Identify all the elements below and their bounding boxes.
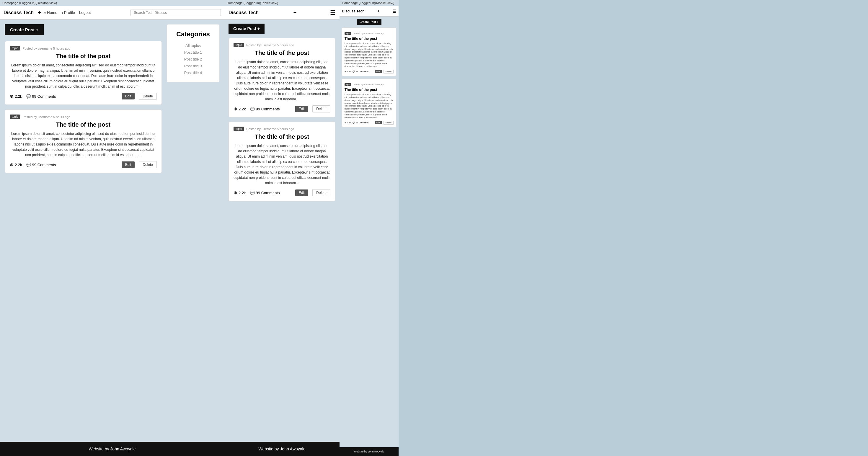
mobile-post-2-delete-button[interactable]: Delete: [383, 121, 394, 125]
tablet-post-2-title: The title of the post: [234, 133, 330, 140]
category-post-3[interactable]: Post title 3: [172, 63, 215, 69]
tablet-post-1-header: topic Posted by username 5 hours ago: [234, 43, 330, 47]
post-1-footer: 2.2k 99 Comments Edit Delete: [10, 93, 157, 100]
tablet-body: Create Post + topic Posted by username 5…: [224, 20, 340, 442]
mobile-hamburger-icon[interactable]: ☰: [392, 9, 396, 13]
post-2-comments: 99 Comments: [26, 163, 56, 167]
tablet-label: Homepage (Logged in)(Tablet view): [224, 0, 340, 6]
post-1-vote-count: 2.2k: [15, 94, 22, 99]
profile-link[interactable]: Profile: [61, 10, 75, 15]
mobile-post-card-1: topic Posted by username 5 hours ago The…: [342, 28, 396, 76]
mobile-post-1-footer: ⊕ 2.2k 💬 99 Comments Edit Delete: [345, 70, 394, 73]
tablet-post-1-title: The title of the post: [234, 50, 330, 56]
tablet-post-1-badge: topic: [234, 43, 244, 47]
post-1-edit-button[interactable]: Edit: [122, 93, 135, 99]
post-1-comments: 99 Comments: [26, 94, 56, 99]
tablet-post-2-footer: 2.2k 99 Comments Edit Delete: [234, 189, 330, 196]
tablet-post-2-header: topic Posted by username 5 hours ago: [234, 127, 330, 131]
tablet-post-1-edit-button[interactable]: Edit: [295, 106, 309, 112]
mobile-post-1-badge: topic: [345, 32, 351, 35]
desktop-brand: Discuss Tech: [4, 10, 34, 15]
tablet-hamburger-icon[interactable]: ☰: [330, 9, 335, 16]
tablet-brand: Discuss Tech: [228, 10, 259, 15]
mobile-post-1-edit-button[interactable]: Edit: [375, 70, 382, 73]
desktop-navbar: Discuss Tech + Home Profile Logout: [0, 6, 224, 20]
tablet-create-post-button[interactable]: Create Post +: [228, 24, 265, 34]
post-2-title: The title of the post: [10, 121, 157, 128]
mobile-post-2-meta: Posted by username 5 hours ago: [354, 84, 384, 86]
upvote-icon-2[interactable]: [10, 162, 13, 167]
logout-link[interactable]: Logout: [79, 10, 91, 15]
tablet-post-2-comment-count: 99 Comments: [256, 191, 280, 195]
tablet-post-2-votes: 2.2k: [234, 190, 246, 195]
categories-title: Categories: [172, 30, 215, 38]
tablet-post-1-delete-button[interactable]: Delete: [312, 105, 330, 112]
post-2-body: Lorem ipsum dolor sit amet, consectetur …: [10, 131, 157, 158]
tablet-post-card-1: topic Posted by username 5 hours ago The…: [228, 38, 335, 118]
mobile-post-2-footer: ⊕ 2.2k 💬 99 Comments Edit Delete: [345, 121, 394, 125]
comment-icon-2: [26, 163, 31, 167]
mobile-post-card-2: topic Posted by username 5 hours ago The…: [342, 78, 396, 127]
mobile-post-1-comments: 💬 99 Comments: [352, 70, 369, 73]
upvote-icon-1[interactable]: [10, 94, 13, 99]
post-1-votes: 2.2k: [10, 94, 22, 99]
mobile-body: Create Post + topic Posted by username 5…: [340, 17, 399, 447]
tablet-post-1-body: Lorem ipsum dolor sit amet, consectetur …: [234, 59, 330, 102]
tablet-post-1-meta: Posted by username 5 hours ago: [246, 43, 294, 47]
categories-card: Categories All topics Post title 1 Post …: [166, 24, 220, 83]
tablet-post-2-delete-button[interactable]: Delete: [312, 189, 330, 196]
desktop-body: Create Post + topic Posted by username 5…: [0, 20, 224, 442]
mobile-post-1-votes: ⊕ 2.2k: [345, 70, 351, 73]
post-card-2-header: topic Posted by username 5 hours ago: [10, 115, 157, 119]
mobile-create-post-button[interactable]: Create Post +: [356, 19, 381, 25]
mobile-post-2-edit-button[interactable]: Edit: [375, 121, 382, 124]
post-card-1: topic Posted by username 5 hours ago The…: [5, 41, 162, 105]
tablet-post-2-comments: 99 Comments: [250, 191, 280, 195]
mobile-post-2-badge: topic: [345, 83, 351, 86]
post-2-footer: 2.2k 99 Comments Edit Delete: [10, 161, 157, 168]
post-card-2: topic Posted by username 5 hours ago The…: [5, 109, 162, 173]
mobile-plus-icon[interactable]: +: [377, 9, 379, 13]
category-post-2[interactable]: Post title 2: [172, 56, 215, 63]
create-post-button[interactable]: Create Post +: [5, 24, 44, 35]
post-2-vote-count: 2.2k: [15, 163, 22, 167]
tablet-navbar: Discuss Tech + ☰: [224, 6, 340, 20]
mobile-label: Homepage (Logged in)(Mobile view): [340, 0, 399, 6]
post-1-title: The title of the post: [10, 53, 157, 60]
post-1-meta: Posted by username 5 hours ago: [23, 46, 70, 50]
home-icon: [44, 10, 46, 15]
tablet-upvote-icon-2[interactable]: [234, 190, 237, 195]
tablet-viewport: Homepage (Logged in)(Tablet view) Discus…: [224, 0, 340, 456]
tablet-plus-icon[interactable]: +: [293, 9, 297, 15]
comment-icon-1: [26, 94, 31, 99]
home-link[interactable]: Home: [44, 10, 57, 15]
mobile-post-1-delete-button[interactable]: Delete: [383, 70, 394, 73]
post-2-topic-badge: topic: [10, 115, 20, 119]
desktop-footer: Website by John Awoyale: [0, 442, 224, 456]
desktop-plus-icon[interactable]: +: [38, 9, 41, 15]
tablet-post-2-edit-button[interactable]: Edit: [295, 190, 309, 196]
mobile-viewport: Homepage (Logged in)(Mobile view) Discus…: [340, 0, 399, 456]
post-1-topic-badge: topic: [10, 46, 20, 51]
mobile-brand: Discuss Tech: [342, 9, 364, 13]
logout-label: Logout: [79, 10, 91, 15]
post-card-1-header: topic Posted by username 5 hours ago: [10, 46, 157, 51]
post-1-comment-count: 99 Comments: [32, 94, 56, 99]
tablet-upvote-icon-1[interactable]: [234, 106, 237, 111]
search-input[interactable]: [130, 9, 221, 16]
post-2-edit-button[interactable]: Edit: [122, 161, 135, 168]
tablet-post-1-comment-count: 99 Comments: [256, 107, 280, 111]
category-post-1[interactable]: Post title 1: [172, 49, 215, 56]
profile-label: Profile: [64, 10, 75, 15]
post-2-delete-button[interactable]: Delete: [139, 161, 157, 168]
tablet-comment-icon-2: [250, 191, 255, 195]
mobile-navbar: Discuss Tech + ☰: [340, 6, 399, 17]
tablet-post-1-vote-count: 2.2k: [239, 107, 246, 111]
post-1-body: Lorem ipsum dolor sit amet, consectetur …: [10, 63, 157, 89]
post-1-delete-button[interactable]: Delete: [139, 93, 157, 100]
tablet-post-1-comments: 99 Comments: [250, 107, 280, 111]
category-all-topics[interactable]: All topics: [172, 42, 215, 49]
desktop-viewport: Homepage (Logged in)(Desktop view) Discu…: [0, 0, 224, 456]
category-post-4[interactable]: Post title 4: [172, 69, 215, 76]
mobile-post-2-votes: ⊕ 2.2k: [345, 122, 351, 124]
